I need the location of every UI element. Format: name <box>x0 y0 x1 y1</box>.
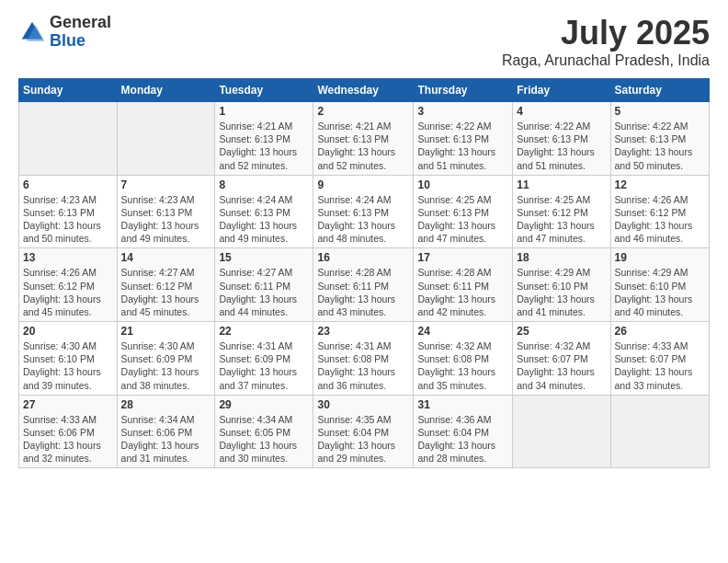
day-info: Sunrise: 4:24 AMSunset: 6:13 PMDaylight:… <box>219 193 309 246</box>
calendar-cell: 19Sunrise: 4:29 AMSunset: 6:10 PMDayligh… <box>610 248 709 322</box>
day-info: Sunrise: 4:25 AMSunset: 6:12 PMDaylight:… <box>517 193 606 246</box>
calendar-cell: 11Sunrise: 4:25 AMSunset: 6:12 PMDayligh… <box>513 175 610 248</box>
day-number: 18 <box>517 251 606 264</box>
calendar-cell: 20Sunrise: 4:30 AMSunset: 6:10 PMDayligh… <box>19 322 118 396</box>
day-number: 21 <box>121 325 211 338</box>
calendar-cell: 5Sunrise: 4:22 AMSunset: 6:13 PMDaylight… <box>610 102 709 176</box>
day-number: 4 <box>517 105 606 118</box>
day-info: Sunrise: 4:34 AMSunset: 6:05 PMDaylight:… <box>219 413 309 465</box>
calendar-cell: 13Sunrise: 4:26 AMSunset: 6:12 PMDayligh… <box>19 248 118 322</box>
day-info: Sunrise: 4:35 AMSunset: 6:04 PMDaylight:… <box>317 413 409 465</box>
calendar-cell: 27Sunrise: 4:33 AMSunset: 6:06 PMDayligh… <box>19 395 118 468</box>
calendar-cell: 21Sunrise: 4:30 AMSunset: 6:09 PMDayligh… <box>117 322 215 396</box>
calendar-week-row: 1Sunrise: 4:21 AMSunset: 6:13 PMDaylight… <box>19 102 710 176</box>
day-number: 15 <box>219 251 309 264</box>
day-number: 9 <box>317 178 409 191</box>
calendar-cell: 28Sunrise: 4:34 AMSunset: 6:06 PMDayligh… <box>117 395 215 468</box>
calendar-cell: 12Sunrise: 4:26 AMSunset: 6:12 PMDayligh… <box>610 175 709 248</box>
day-info: Sunrise: 4:22 AMSunset: 6:13 PMDaylight:… <box>417 120 508 172</box>
day-number: 14 <box>121 251 211 264</box>
calendar-cell: 17Sunrise: 4:28 AMSunset: 6:11 PMDayligh… <box>414 248 513 322</box>
day-number: 11 <box>517 178 606 191</box>
calendar-cell: 14Sunrise: 4:27 AMSunset: 6:12 PMDayligh… <box>117 248 215 322</box>
calendar-cell: 24Sunrise: 4:32 AMSunset: 6:08 PMDayligh… <box>414 322 513 396</box>
day-number: 17 <box>417 251 508 264</box>
day-number: 8 <box>219 178 309 191</box>
day-info: Sunrise: 4:22 AMSunset: 6:13 PMDaylight:… <box>615 120 705 172</box>
calendar-cell: 10Sunrise: 4:25 AMSunset: 6:13 PMDayligh… <box>414 175 513 248</box>
page: General Blue July 2025 Raga, Arunachal P… <box>0 0 728 482</box>
day-info: Sunrise: 4:30 AMSunset: 6:10 PMDaylight:… <box>23 339 113 392</box>
day-number: 25 <box>517 325 606 338</box>
weekday-header: Friday <box>513 79 610 102</box>
calendar-cell: 4Sunrise: 4:22 AMSunset: 6:13 PMDaylight… <box>513 102 610 176</box>
calendar-cell: 2Sunrise: 4:21 AMSunset: 6:13 PMDaylight… <box>313 102 414 176</box>
weekday-header: Thursday <box>414 79 513 102</box>
day-info: Sunrise: 4:21 AMSunset: 6:13 PMDaylight:… <box>219 120 309 172</box>
day-info: Sunrise: 4:25 AMSunset: 6:13 PMDaylight:… <box>417 193 508 246</box>
calendar-cell: 31Sunrise: 4:36 AMSunset: 6:04 PMDayligh… <box>414 395 513 468</box>
day-info: Sunrise: 4:31 AMSunset: 6:08 PMDaylight:… <box>317 339 409 392</box>
weekday-header: Sunday <box>19 79 118 102</box>
logo-text: General Blue <box>50 14 111 51</box>
calendar-cell: 15Sunrise: 4:27 AMSunset: 6:11 PMDayligh… <box>215 248 313 322</box>
day-info: Sunrise: 4:27 AMSunset: 6:11 PMDaylight:… <box>219 266 309 318</box>
calendar-cell: 6Sunrise: 4:23 AMSunset: 6:13 PMDaylight… <box>19 175 118 248</box>
location-title: Raga, Arunachal Pradesh, India <box>502 52 710 69</box>
header: General Blue July 2025 Raga, Arunachal P… <box>18 14 710 69</box>
calendar-cell: 29Sunrise: 4:34 AMSunset: 6:05 PMDayligh… <box>215 395 313 468</box>
day-info: Sunrise: 4:32 AMSunset: 6:07 PMDaylight:… <box>517 339 606 392</box>
day-number: 10 <box>417 178 508 191</box>
day-info: Sunrise: 4:28 AMSunset: 6:11 PMDaylight:… <box>417 266 508 318</box>
calendar-cell: 1Sunrise: 4:21 AMSunset: 6:13 PMDaylight… <box>215 102 313 176</box>
calendar-cell: 18Sunrise: 4:29 AMSunset: 6:10 PMDayligh… <box>513 248 610 322</box>
day-info: Sunrise: 4:30 AMSunset: 6:09 PMDaylight:… <box>121 339 211 392</box>
day-info: Sunrise: 4:29 AMSunset: 6:10 PMDaylight:… <box>517 266 606 318</box>
calendar-cell: 3Sunrise: 4:22 AMSunset: 6:13 PMDaylight… <box>414 102 513 176</box>
day-info: Sunrise: 4:36 AMSunset: 6:04 PMDaylight:… <box>417 413 508 465</box>
weekday-header: Monday <box>117 79 215 102</box>
calendar-cell: 16Sunrise: 4:28 AMSunset: 6:11 PMDayligh… <box>313 248 414 322</box>
logo-general: General <box>50 14 111 32</box>
day-info: Sunrise: 4:28 AMSunset: 6:11 PMDaylight:… <box>317 266 409 318</box>
calendar-cell: 7Sunrise: 4:23 AMSunset: 6:13 PMDaylight… <box>117 175 215 248</box>
calendar-cell: 25Sunrise: 4:32 AMSunset: 6:07 PMDayligh… <box>513 322 610 396</box>
day-number: 31 <box>417 398 508 411</box>
day-number: 24 <box>417 325 508 338</box>
logo-icon <box>18 18 46 46</box>
day-number: 7 <box>121 178 211 191</box>
day-number: 23 <box>317 325 409 338</box>
day-number: 27 <box>23 398 113 411</box>
calendar-table: SundayMondayTuesdayWednesdayThursdayFrid… <box>18 78 710 468</box>
day-info: Sunrise: 4:21 AMSunset: 6:13 PMDaylight:… <box>317 120 409 172</box>
day-number: 29 <box>219 398 309 411</box>
calendar-cell <box>117 102 215 176</box>
calendar-cell: 30Sunrise: 4:35 AMSunset: 6:04 PMDayligh… <box>313 395 414 468</box>
day-info: Sunrise: 4:29 AMSunset: 6:10 PMDaylight:… <box>615 266 705 318</box>
calendar-cell: 23Sunrise: 4:31 AMSunset: 6:08 PMDayligh… <box>313 322 414 396</box>
day-info: Sunrise: 4:31 AMSunset: 6:09 PMDaylight:… <box>219 339 309 392</box>
day-number: 2 <box>317 105 409 118</box>
day-number: 12 <box>615 178 705 191</box>
day-number: 3 <box>417 105 508 118</box>
day-number: 30 <box>317 398 409 411</box>
day-info: Sunrise: 4:32 AMSunset: 6:08 PMDaylight:… <box>417 339 508 392</box>
calendar-week-row: 6Sunrise: 4:23 AMSunset: 6:13 PMDaylight… <box>19 175 710 248</box>
day-info: Sunrise: 4:33 AMSunset: 6:06 PMDaylight:… <box>23 413 113 465</box>
calendar-cell: 8Sunrise: 4:24 AMSunset: 6:13 PMDaylight… <box>215 175 313 248</box>
day-number: 22 <box>219 325 309 338</box>
day-info: Sunrise: 4:34 AMSunset: 6:06 PMDaylight:… <box>121 413 211 465</box>
calendar-week-row: 20Sunrise: 4:30 AMSunset: 6:10 PMDayligh… <box>19 322 710 396</box>
day-number: 6 <box>23 178 113 191</box>
calendar-cell: 22Sunrise: 4:31 AMSunset: 6:09 PMDayligh… <box>215 322 313 396</box>
logo-blue: Blue <box>50 32 111 51</box>
logo: General Blue <box>18 14 111 51</box>
day-info: Sunrise: 4:26 AMSunset: 6:12 PMDaylight:… <box>23 266 113 318</box>
day-number: 13 <box>23 251 113 264</box>
day-number: 1 <box>219 105 309 118</box>
calendar-week-row: 27Sunrise: 4:33 AMSunset: 6:06 PMDayligh… <box>19 395 710 468</box>
calendar-cell: 26Sunrise: 4:33 AMSunset: 6:07 PMDayligh… <box>610 322 709 396</box>
day-info: Sunrise: 4:23 AMSunset: 6:13 PMDaylight:… <box>121 193 211 246</box>
day-info: Sunrise: 4:26 AMSunset: 6:12 PMDaylight:… <box>615 193 705 246</box>
day-info: Sunrise: 4:33 AMSunset: 6:07 PMDaylight:… <box>615 339 705 392</box>
